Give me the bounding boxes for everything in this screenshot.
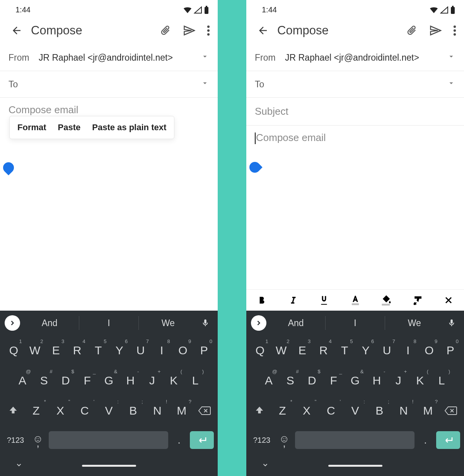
mic-button[interactable] xyxy=(444,318,459,328)
shift-key[interactable] xyxy=(249,405,270,416)
key-g[interactable]: G& xyxy=(98,369,120,392)
key-u[interactable]: U7 xyxy=(130,339,151,362)
key-t[interactable]: T5 xyxy=(88,339,109,362)
from-field[interactable]: From JR Raphael <jr@androidintel.net> xyxy=(0,44,218,71)
space-key[interactable] xyxy=(295,431,415,449)
backspace-key[interactable] xyxy=(194,406,215,416)
suggestion-2[interactable]: I xyxy=(326,318,384,328)
send-button[interactable] xyxy=(183,25,195,36)
symbols-key[interactable]: ?123 xyxy=(4,436,27,445)
underline-button[interactable] xyxy=(316,295,333,306)
key-y[interactable]: Y6 xyxy=(109,339,130,362)
key-q[interactable]: Q1 xyxy=(3,339,24,362)
key-l[interactable]: L) xyxy=(184,369,206,392)
key-d[interactable]: D$ xyxy=(301,369,323,392)
enter-key[interactable] xyxy=(436,431,460,449)
key-a[interactable]: A@ xyxy=(12,369,33,392)
key-k[interactable]: K( xyxy=(409,369,431,392)
attach-button[interactable] xyxy=(160,25,171,36)
key-i[interactable]: I8 xyxy=(397,339,419,362)
key-p[interactable]: P0 xyxy=(440,339,461,362)
key-c[interactable]: C' xyxy=(319,400,343,422)
key-w[interactable]: W2 xyxy=(271,339,292,362)
key-t[interactable]: T5 xyxy=(334,339,355,362)
key-v[interactable]: V: xyxy=(97,400,121,422)
key-x[interactable]: X" xyxy=(295,400,319,422)
key-q[interactable]: Q1 xyxy=(249,339,271,362)
shift-key[interactable] xyxy=(2,405,24,416)
key-e[interactable]: E3 xyxy=(45,339,67,362)
backspace-key[interactable] xyxy=(440,406,462,416)
gesture-handle[interactable] xyxy=(82,465,136,467)
key-z[interactable]: Z* xyxy=(270,400,295,422)
key-f[interactable]: F_ xyxy=(323,369,345,392)
suggestion-2[interactable]: I xyxy=(79,318,138,328)
key-d[interactable]: D$ xyxy=(55,369,77,392)
suggestion-3[interactable]: We xyxy=(385,318,444,328)
key-m[interactable]: M? xyxy=(169,400,194,422)
key-z[interactable]: Z* xyxy=(24,400,48,422)
key-b[interactable]: B; xyxy=(367,400,392,422)
suggestion-1[interactable]: And xyxy=(20,318,79,328)
more-button[interactable] xyxy=(453,25,456,36)
key-v[interactable]: V: xyxy=(343,400,367,422)
ctx-paste[interactable]: Paste xyxy=(58,122,81,133)
key-n[interactable]: N! xyxy=(392,400,416,422)
back-button[interactable] xyxy=(11,25,22,36)
key-f[interactable]: F_ xyxy=(77,369,98,392)
emoji-key[interactable]: , xyxy=(29,435,46,445)
key-n[interactable]: N! xyxy=(145,400,170,422)
period-key[interactable]: . xyxy=(171,434,188,446)
ctx-paste-plain[interactable]: Paste as plain text xyxy=(92,122,166,133)
expand-chip[interactable] xyxy=(251,315,266,331)
text-color-button[interactable] xyxy=(347,294,364,306)
key-u[interactable]: U7 xyxy=(376,339,397,362)
more-button[interactable] xyxy=(207,25,210,36)
period-key[interactable]: . xyxy=(417,434,434,446)
send-button[interactable] xyxy=(429,25,442,36)
space-key[interactable] xyxy=(49,431,168,449)
compose-body[interactable]: Compose email xyxy=(246,126,464,289)
key-c[interactable]: C' xyxy=(72,400,97,422)
key-r[interactable]: R4 xyxy=(67,339,88,362)
suggestion-1[interactable]: And xyxy=(266,318,325,328)
italic-button[interactable] xyxy=(285,295,302,305)
key-o[interactable]: O9 xyxy=(419,339,440,362)
attach-button[interactable] xyxy=(406,25,418,36)
to-field[interactable]: To xyxy=(0,71,218,98)
symbols-key[interactable]: ?123 xyxy=(250,436,273,445)
ctx-format[interactable]: Format xyxy=(17,122,46,133)
fill-color-button[interactable] xyxy=(378,294,395,306)
key-x[interactable]: X" xyxy=(48,400,73,422)
gesture-handle[interactable] xyxy=(328,465,382,467)
expand-chip[interactable] xyxy=(5,315,20,331)
key-g[interactable]: G& xyxy=(345,369,366,392)
key-m[interactable]: M? xyxy=(416,400,440,422)
key-s[interactable]: S# xyxy=(33,369,55,392)
key-j[interactable]: J+ xyxy=(141,369,163,392)
key-h[interactable]: H- xyxy=(119,369,141,392)
key-p[interactable]: P0 xyxy=(193,339,215,362)
clear-format-button[interactable] xyxy=(409,295,426,305)
key-i[interactable]: I8 xyxy=(151,339,172,362)
chevron-down-icon[interactable] xyxy=(201,52,209,63)
emoji-key[interactable]: , xyxy=(276,435,293,445)
from-field[interactable]: From JR Raphael <jr@androidintel.net> xyxy=(246,44,464,71)
key-w[interactable]: W2 xyxy=(24,339,46,362)
key-b[interactable]: B; xyxy=(121,400,145,422)
mic-button[interactable] xyxy=(198,318,213,328)
enter-key[interactable] xyxy=(190,431,214,449)
to-field[interactable]: To xyxy=(246,71,464,98)
keyboard-collapse[interactable] xyxy=(15,461,23,471)
key-h[interactable]: H- xyxy=(366,369,387,392)
close-format-button[interactable] xyxy=(440,296,457,305)
chevron-down-icon[interactable] xyxy=(201,79,209,90)
key-y[interactable]: Y6 xyxy=(355,339,377,362)
key-r[interactable]: R4 xyxy=(313,339,334,362)
key-j[interactable]: J+ xyxy=(387,369,409,392)
key-k[interactable]: K( xyxy=(163,369,184,392)
key-a[interactable]: A@ xyxy=(258,369,280,392)
key-l[interactable]: L) xyxy=(431,369,452,392)
suggestion-3[interactable]: We xyxy=(139,318,198,328)
bold-button[interactable] xyxy=(253,295,270,305)
